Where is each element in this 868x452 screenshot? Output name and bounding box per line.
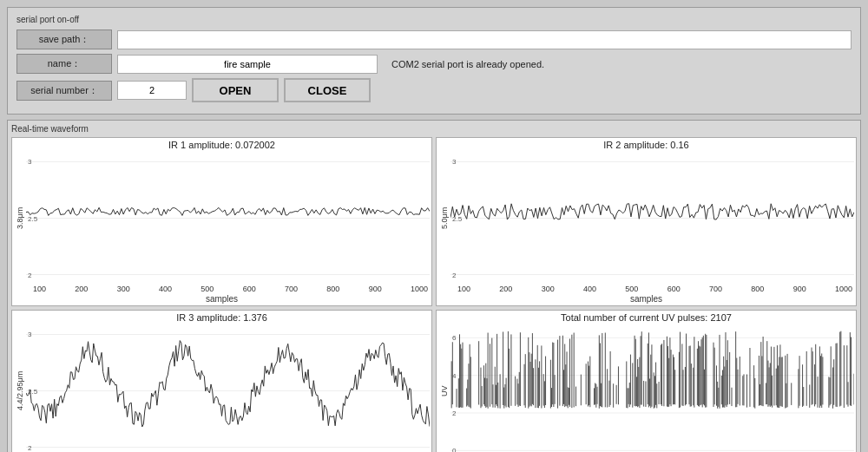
svg-text:2: 2 <box>452 409 457 417</box>
chart-uv-ylabel: UV <box>438 324 450 452</box>
chart-ir3-area: 3 2.5 2 <box>26 324 430 452</box>
chart-ir2-xtitle: samples <box>438 294 854 304</box>
name-input[interactable] <box>117 55 378 74</box>
svg-text:3: 3 <box>28 331 32 338</box>
chart-ir3-title: IR 3 amplitude: 1.376 <box>14 312 430 323</box>
serial-port-panel: serial port on-off save path： name： COM2… <box>7 7 861 115</box>
chart-uv: Total number of current UV pulses: 2107 … <box>436 310 857 452</box>
close-button[interactable]: CLOSE <box>284 78 371 102</box>
chart-ir3-body: 4.4/2.95μm 3 2.5 2 <box>14 324 430 452</box>
save-path-input[interactable] <box>117 30 852 49</box>
chart-ir3-svg: 3 2.5 2 <box>26 324 430 452</box>
svg-text:2: 2 <box>452 272 457 279</box>
svg-text:2: 2 <box>28 272 32 279</box>
serial-number-label: serial number： <box>16 81 112 101</box>
chart-ir1-area: 3 2.5 2 <box>26 152 430 285</box>
name-row: name： COM2 serial port is already opened… <box>16 54 852 74</box>
svg-text:2: 2 <box>28 444 32 452</box>
chart-ir1: IR 1 amplitude: 0.072002 3.8μm 3 2.5 2 1… <box>11 137 432 306</box>
chart-ir2-title: IR 2 amplitude: 0.16 <box>438 140 854 150</box>
chart-ir2-ylabel: 5.0μm <box>438 152 450 285</box>
svg-text:0: 0 <box>452 447 457 452</box>
chart-ir1-svg: 3 2.5 2 <box>26 152 430 285</box>
chart-ir1-ylabel: 3.8μm <box>14 152 26 285</box>
name-label: name： <box>16 54 112 74</box>
chart-uv-body: UV 0246 <box>438 324 854 452</box>
charts-grid: IR 1 amplitude: 0.072002 3.8μm 3 2.5 2 1… <box>11 137 857 452</box>
serial-number-input[interactable] <box>117 81 187 100</box>
chart-ir2-area: 3 2.5 2 <box>450 152 854 285</box>
chart-ir2-svg: 3 2.5 2 <box>450 152 854 285</box>
chart-uv-area: 0246 <box>450 324 854 452</box>
panel-title: serial port on-off <box>16 15 852 24</box>
chart-ir2-body: 5.0μm 3 2.5 2 <box>438 152 854 285</box>
svg-text:2.5: 2.5 <box>28 215 38 223</box>
main-container: serial port on-off save path： name： COM2… <box>0 0 868 452</box>
chart-ir3: IR 3 amplitude: 1.376 4.4/2.95μm 3 2.5 2… <box>11 310 432 452</box>
save-path-row: save path： <box>16 29 852 49</box>
chart-ir3-ylabel: 4.4/2.95μm <box>14 324 26 452</box>
waveform-title: Real-time waveform <box>11 124 857 134</box>
svg-text:3: 3 <box>452 158 457 166</box>
serial-row: serial number： OPEN CLOSE <box>16 78 852 102</box>
save-path-label: save path： <box>16 29 112 49</box>
chart-ir1-body: 3.8μm 3 2.5 2 <box>14 152 430 285</box>
chart-ir2: IR 2 amplitude: 0.16 5.0μm 3 2.5 2 10020… <box>436 137 857 306</box>
open-button[interactable]: OPEN <box>192 78 279 102</box>
chart-ir1-title: IR 1 amplitude: 0.072002 <box>14 140 430 150</box>
svg-text:6: 6 <box>452 334 457 342</box>
chart-uv-title: Total number of current UV pulses: 2107 <box>438 312 854 323</box>
chart-ir1-xlabels: 100200300400500 6007008009001000 <box>14 285 430 293</box>
status-text: COM2 serial port is already opened. <box>391 59 544 69</box>
svg-text:2.5: 2.5 <box>452 215 463 223</box>
svg-text:2.5: 2.5 <box>28 388 38 396</box>
chart-uv-svg: 0246 <box>450 324 854 452</box>
chart-ir1-xtitle: samples <box>14 294 430 304</box>
chart-ir2-xlabels: 100200300400500 6007008009001000 <box>438 285 854 293</box>
svg-text:4: 4 <box>452 372 457 380</box>
svg-text:3: 3 <box>28 158 32 166</box>
waveform-panel: Real-time waveform IR 1 amplitude: 0.072… <box>7 120 861 452</box>
